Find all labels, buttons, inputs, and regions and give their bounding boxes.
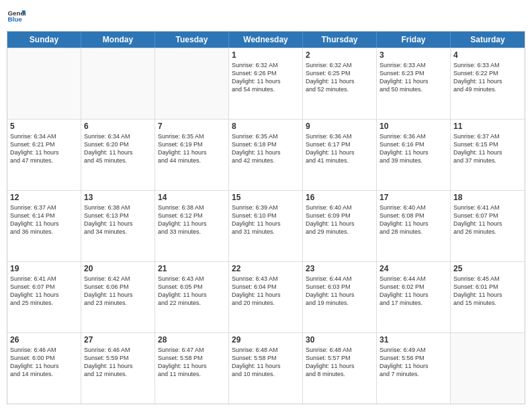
day-number: 30 <box>306 335 373 345</box>
cell-info: Sunrise: 6:41 AM Sunset: 6:07 PM Dayligh… <box>453 203 522 236</box>
cell-info: Sunrise: 6:48 AM Sunset: 5:57 PM Dayligh… <box>306 346 373 379</box>
day-number: 24 <box>380 264 447 273</box>
day-number: 2 <box>306 50 373 60</box>
calendar-cell: 16Sunrise: 6:40 AM Sunset: 6:09 PM Dayli… <box>303 191 377 261</box>
day-number: 1 <box>232 50 300 60</box>
day-number: 27 <box>84 335 152 345</box>
cell-info: Sunrise: 6:34 AM Sunset: 6:20 PM Dayligh… <box>84 132 152 165</box>
cell-info: Sunrise: 6:32 AM Sunset: 6:26 PM Dayligh… <box>232 61 300 94</box>
calendar-cell: 19Sunrise: 6:41 AM Sunset: 6:07 PM Dayli… <box>7 262 81 332</box>
cell-info: Sunrise: 6:36 AM Sunset: 6:17 PM Dayligh… <box>306 132 373 165</box>
day-number: 31 <box>380 335 447 345</box>
day-number: 8 <box>232 122 300 131</box>
day-number: 5 <box>10 122 78 131</box>
day-number: 16 <box>306 193 373 202</box>
day-number: 11 <box>453 122 522 131</box>
cell-info: Sunrise: 6:40 AM Sunset: 6:09 PM Dayligh… <box>306 203 373 236</box>
calendar-cell: 9Sunrise: 6:36 AM Sunset: 6:17 PM Daylig… <box>303 120 377 190</box>
cell-info: Sunrise: 6:48 AM Sunset: 5:58 PM Dayligh… <box>232 346 300 379</box>
cell-info: Sunrise: 6:46 AM Sunset: 6:00 PM Dayligh… <box>10 346 78 379</box>
day-number: 4 <box>453 50 522 60</box>
weekday-header: Wednesday <box>229 32 303 48</box>
calendar-cell: 26Sunrise: 6:46 AM Sunset: 6:00 PM Dayli… <box>7 333 81 404</box>
calendar-cell: 23Sunrise: 6:44 AM Sunset: 6:03 PM Dayli… <box>303 262 377 332</box>
calendar-cell: 6Sunrise: 6:34 AM Sunset: 6:20 PM Daylig… <box>81 120 155 190</box>
cell-info: Sunrise: 6:46 AM Sunset: 5:59 PM Dayligh… <box>84 346 152 379</box>
day-number: 7 <box>158 122 226 131</box>
day-number: 6 <box>84 122 152 131</box>
cell-info: Sunrise: 6:33 AM Sunset: 6:23 PM Dayligh… <box>380 61 447 94</box>
calendar-cell: 14Sunrise: 6:38 AM Sunset: 6:12 PM Dayli… <box>155 191 229 261</box>
day-number: 13 <box>84 193 152 202</box>
calendar-cell: 11Sunrise: 6:37 AM Sunset: 6:15 PM Dayli… <box>451 120 525 190</box>
day-number: 17 <box>380 193 447 202</box>
weekday-header: Thursday <box>303 32 377 48</box>
logo: General Blue <box>7 7 26 26</box>
day-number: 20 <box>84 264 152 273</box>
cell-info: Sunrise: 6:45 AM Sunset: 6:01 PM Dayligh… <box>453 275 522 308</box>
day-number: 18 <box>453 193 522 202</box>
cell-info: Sunrise: 6:35 AM Sunset: 6:19 PM Dayligh… <box>158 132 226 165</box>
cell-info: Sunrise: 6:49 AM Sunset: 5:56 PM Dayligh… <box>380 346 447 379</box>
cell-info: Sunrise: 6:33 AM Sunset: 6:22 PM Dayligh… <box>453 61 522 94</box>
calendar-cell <box>7 48 81 119</box>
calendar-cell: 10Sunrise: 6:36 AM Sunset: 6:16 PM Dayli… <box>377 120 451 190</box>
day-number: 12 <box>10 193 78 202</box>
cell-info: Sunrise: 6:44 AM Sunset: 6:02 PM Dayligh… <box>380 275 447 308</box>
weekday-header: Tuesday <box>155 32 229 48</box>
calendar-cell: 15Sunrise: 6:39 AM Sunset: 6:10 PM Dayli… <box>229 191 303 261</box>
day-number: 28 <box>158 335 226 345</box>
cell-info: Sunrise: 6:37 AM Sunset: 6:14 PM Dayligh… <box>10 203 78 236</box>
cell-info: Sunrise: 6:47 AM Sunset: 5:58 PM Dayligh… <box>158 346 226 379</box>
calendar-cell: 28Sunrise: 6:47 AM Sunset: 5:58 PM Dayli… <box>155 333 229 404</box>
calendar-row: 12Sunrise: 6:37 AM Sunset: 6:14 PM Dayli… <box>7 190 525 261</box>
day-number: 23 <box>306 264 373 273</box>
calendar-cell: 30Sunrise: 6:48 AM Sunset: 5:57 PM Dayli… <box>303 333 377 404</box>
calendar-cell: 1Sunrise: 6:32 AM Sunset: 6:26 PM Daylig… <box>229 48 303 119</box>
cell-info: Sunrise: 6:41 AM Sunset: 6:07 PM Dayligh… <box>10 275 78 308</box>
cell-info: Sunrise: 6:35 AM Sunset: 6:18 PM Dayligh… <box>232 132 300 165</box>
calendar-cell: 12Sunrise: 6:37 AM Sunset: 6:14 PM Dayli… <box>7 191 81 261</box>
cell-info: Sunrise: 6:39 AM Sunset: 6:10 PM Dayligh… <box>232 203 300 236</box>
calendar-cell: 21Sunrise: 6:43 AM Sunset: 6:05 PM Dayli… <box>155 262 229 332</box>
calendar-cell: 29Sunrise: 6:48 AM Sunset: 5:58 PM Dayli… <box>229 333 303 404</box>
cell-info: Sunrise: 6:40 AM Sunset: 6:08 PM Dayligh… <box>380 203 447 236</box>
cell-info: Sunrise: 6:44 AM Sunset: 6:03 PM Dayligh… <box>306 275 373 308</box>
calendar: SundayMondayTuesdayWednesdayThursdayFrid… <box>7 31 525 404</box>
cell-info: Sunrise: 6:43 AM Sunset: 6:04 PM Dayligh… <box>232 275 300 308</box>
calendar-header: SundayMondayTuesdayWednesdayThursdayFrid… <box>7 32 525 48</box>
cell-info: Sunrise: 6:38 AM Sunset: 6:13 PM Dayligh… <box>84 203 152 236</box>
calendar-cell: 5Sunrise: 6:34 AM Sunset: 6:21 PM Daylig… <box>7 120 81 190</box>
cell-info: Sunrise: 6:38 AM Sunset: 6:12 PM Dayligh… <box>158 203 226 236</box>
day-number: 26 <box>10 335 78 345</box>
day-number: 15 <box>232 193 300 202</box>
calendar-cell <box>81 48 155 119</box>
calendar-cell: 20Sunrise: 6:42 AM Sunset: 6:06 PM Dayli… <box>81 262 155 332</box>
calendar-cell: 13Sunrise: 6:38 AM Sunset: 6:13 PM Dayli… <box>81 191 155 261</box>
day-number: 25 <box>453 264 522 273</box>
calendar-row: 26Sunrise: 6:46 AM Sunset: 6:00 PM Dayli… <box>7 332 525 404</box>
calendar-cell <box>155 48 229 119</box>
day-number: 3 <box>380 50 447 60</box>
calendar-cell: 24Sunrise: 6:44 AM Sunset: 6:02 PM Dayli… <box>377 262 451 332</box>
weekday-header: Monday <box>81 32 155 48</box>
calendar-body: 1Sunrise: 6:32 AM Sunset: 6:26 PM Daylig… <box>7 48 525 404</box>
cell-info: Sunrise: 6:42 AM Sunset: 6:06 PM Dayligh… <box>84 275 152 308</box>
day-number: 29 <box>232 335 300 345</box>
cell-info: Sunrise: 6:36 AM Sunset: 6:16 PM Dayligh… <box>380 132 447 165</box>
day-number: 22 <box>232 264 300 273</box>
calendar-cell: 25Sunrise: 6:45 AM Sunset: 6:01 PM Dayli… <box>451 262 525 332</box>
day-number: 21 <box>158 264 226 273</box>
calendar-cell: 22Sunrise: 6:43 AM Sunset: 6:04 PM Dayli… <box>229 262 303 332</box>
cell-info: Sunrise: 6:43 AM Sunset: 6:05 PM Dayligh… <box>158 275 226 308</box>
calendar-cell: 3Sunrise: 6:33 AM Sunset: 6:23 PM Daylig… <box>377 48 451 119</box>
day-number: 19 <box>10 264 78 273</box>
calendar-cell: 4Sunrise: 6:33 AM Sunset: 6:22 PM Daylig… <box>451 48 525 119</box>
day-number: 14 <box>158 193 226 202</box>
calendar-row: 19Sunrise: 6:41 AM Sunset: 6:07 PM Dayli… <box>7 261 525 332</box>
calendar-row: 5Sunrise: 6:34 AM Sunset: 6:21 PM Daylig… <box>7 119 525 190</box>
weekday-header: Saturday <box>451 32 525 48</box>
logo-icon: General Blue <box>7 7 26 26</box>
calendar-cell: 7Sunrise: 6:35 AM Sunset: 6:19 PM Daylig… <box>155 120 229 190</box>
calendar-cell: 17Sunrise: 6:40 AM Sunset: 6:08 PM Dayli… <box>377 191 451 261</box>
